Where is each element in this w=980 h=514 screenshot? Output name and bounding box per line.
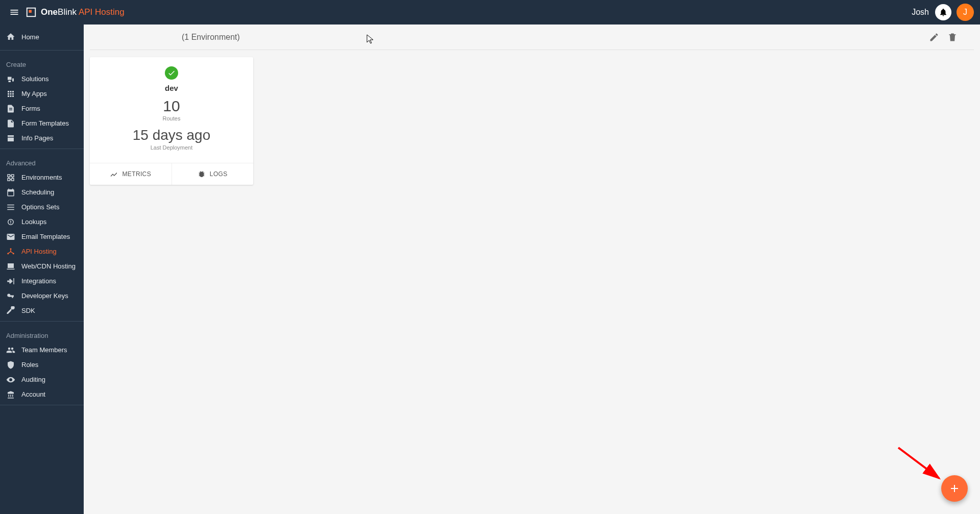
templates-icon bbox=[6, 119, 15, 128]
home-icon bbox=[6, 32, 15, 41]
auditing-icon bbox=[6, 375, 15, 384]
sidebar-item-options-sets[interactable]: Options Sets bbox=[0, 200, 84, 214]
api-icon bbox=[6, 247, 15, 256]
content-header: (1 Environment) bbox=[90, 25, 974, 50]
add-fab[interactable] bbox=[941, 475, 968, 502]
menu-button[interactable] bbox=[6, 4, 22, 20]
sidebar-item-label: Environments bbox=[21, 174, 62, 181]
sidebar-item-label: Email Templates bbox=[21, 233, 70, 240]
sidebar-item-form-templates[interactable]: Form Templates bbox=[0, 116, 84, 131]
sdk-icon bbox=[6, 306, 15, 315]
sidebar-item-home[interactable]: Home bbox=[0, 27, 84, 47]
account-icon bbox=[6, 390, 15, 399]
sidebar-item-info-pages[interactable]: Info Pages bbox=[0, 131, 84, 145]
main-content: (1 Environment) dev 10 Routes 15 days ag… bbox=[84, 25, 980, 514]
brand-logo-icon bbox=[26, 7, 37, 18]
logs-button[interactable]: LOGS bbox=[172, 163, 254, 185]
sidebar-item-label: Lookups bbox=[21, 218, 46, 226]
sidebar-item-developer-keys[interactable]: Developer Keys bbox=[0, 288, 84, 303]
divider bbox=[0, 405, 84, 405]
sidebar-item-solutions[interactable]: Solutions bbox=[0, 71, 84, 86]
sidebar-item-label: Form Templates bbox=[21, 119, 69, 127]
email-icon bbox=[6, 232, 15, 241]
roles-icon bbox=[6, 360, 15, 370]
divider bbox=[0, 50, 84, 51]
env-name: dev bbox=[96, 84, 247, 92]
brand-section: API Hosting bbox=[79, 7, 125, 17]
sidebar-item-email-templates[interactable]: Email Templates bbox=[0, 229, 84, 244]
avatar-initial: J bbox=[963, 8, 967, 17]
sidebar-item-api-hosting[interactable]: API Hosting bbox=[0, 244, 84, 259]
page-subtitle: (1 Environment) bbox=[182, 33, 240, 42]
bug-icon bbox=[198, 170, 206, 178]
sidebar-item-account[interactable]: Account bbox=[0, 387, 84, 402]
routes-label: Routes bbox=[96, 115, 247, 121]
scheduling-icon bbox=[6, 188, 15, 197]
routes-count: 10 bbox=[96, 97, 247, 114]
sidebar-item-lookups[interactable]: Lookups bbox=[0, 214, 84, 229]
env-cards: dev 10 Routes 15 days ago Last Deploymen… bbox=[84, 50, 980, 192]
sidebar-item-label: Roles bbox=[21, 361, 38, 369]
sidebar-item-label: My Apps bbox=[21, 90, 47, 97]
edit-button[interactable] bbox=[925, 28, 943, 46]
forms-icon bbox=[6, 104, 15, 113]
sidebar-group-label: Administration bbox=[0, 325, 84, 342]
lookups-icon bbox=[6, 217, 15, 227]
environments-icon bbox=[6, 173, 15, 182]
sidebar-item-forms[interactable]: Forms bbox=[0, 101, 84, 116]
sidebar-item-sdk[interactable]: SDK bbox=[0, 303, 84, 318]
sidebar-item-label: Account bbox=[21, 390, 45, 398]
bell-icon bbox=[939, 8, 948, 17]
trash-icon bbox=[947, 32, 958, 42]
sidebar-item-label: Integrations bbox=[21, 277, 56, 285]
keys-icon bbox=[6, 291, 15, 301]
sidebar-item-label: Web/CDN Hosting bbox=[21, 262, 76, 270]
solutions-icon bbox=[6, 75, 15, 84]
infopages-icon bbox=[6, 134, 15, 143]
svg-point-2 bbox=[10, 248, 12, 250]
divider bbox=[0, 149, 84, 149]
sidebar: Home Create Solutions My Apps Forms Form… bbox=[0, 25, 84, 514]
sidebar-item-label: Solutions bbox=[21, 75, 48, 83]
metrics-label: METRICS bbox=[122, 170, 151, 178]
sidebar-item-team-members[interactable]: Team Members bbox=[0, 342, 84, 357]
brand: OneBlink API Hosting bbox=[26, 7, 125, 18]
sidebar-item-label: Forms bbox=[21, 105, 40, 112]
sidebar-group-label: Create bbox=[0, 54, 84, 71]
last-deploy-time: 15 days ago bbox=[96, 128, 247, 143]
sidebar-item-label: SDK bbox=[21, 307, 35, 314]
team-icon bbox=[6, 346, 15, 355]
svg-rect-1 bbox=[29, 10, 32, 13]
integrations-icon bbox=[6, 277, 15, 286]
sidebar-item-label: Developer Keys bbox=[21, 292, 68, 300]
sidebar-item-integrations[interactable]: Integrations bbox=[0, 274, 84, 288]
sidebar-item-web-cdn-hosting[interactable]: Web/CDN Hosting bbox=[0, 259, 84, 274]
last-deploy-label: Last Deployment bbox=[96, 144, 247, 151]
web-icon bbox=[6, 262, 15, 271]
apps-icon bbox=[6, 89, 15, 99]
metrics-icon bbox=[110, 170, 118, 178]
metrics-button[interactable]: METRICS bbox=[90, 163, 172, 185]
logs-label: LOGS bbox=[210, 170, 228, 178]
sidebar-item-environments[interactable]: Environments bbox=[0, 170, 84, 185]
status-check-icon bbox=[165, 66, 178, 80]
sidebar-item-label: Team Members bbox=[21, 346, 67, 354]
topbar: OneBlink API Hosting Josh J bbox=[0, 0, 980, 25]
delete-button[interactable] bbox=[943, 28, 962, 46]
sidebar-item-label: Options Sets bbox=[21, 203, 59, 211]
env-card: dev 10 Routes 15 days ago Last Deploymen… bbox=[90, 57, 253, 185]
user-avatar[interactable]: J bbox=[957, 4, 974, 21]
sidebar-item-label: Info Pages bbox=[21, 134, 53, 142]
user-name: Josh bbox=[912, 8, 929, 17]
sidebar-item-myapps[interactable]: My Apps bbox=[0, 86, 84, 101]
brand-name-bold: One bbox=[41, 7, 58, 17]
sidebar-item-roles[interactable]: Roles bbox=[0, 357, 84, 372]
sidebar-item-label: API Hosting bbox=[21, 248, 57, 255]
sidebar-item-label: Home bbox=[21, 33, 39, 41]
brand-name-reg: Blink bbox=[58, 7, 77, 17]
notifications-button[interactable] bbox=[935, 4, 951, 20]
hamburger-icon bbox=[9, 7, 19, 17]
sidebar-item-auditing[interactable]: Auditing bbox=[0, 372, 84, 387]
sidebar-item-label: Auditing bbox=[21, 376, 45, 383]
sidebar-item-scheduling[interactable]: Scheduling bbox=[0, 185, 84, 200]
